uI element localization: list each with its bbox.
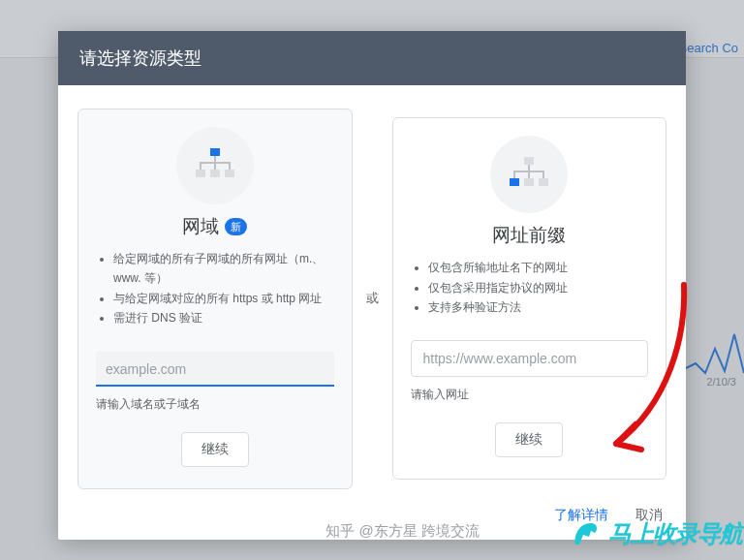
- property-type-modal: 请选择资源类型 网域 新 给定网域的所有子: [58, 31, 686, 540]
- svg-rect-0: [210, 148, 220, 156]
- list-item: 与给定网域对应的所有 https 或 http 网址: [113, 289, 334, 308]
- svg-rect-6: [524, 178, 534, 186]
- list-item: 给定网域的所有子网域的所有网址（m.、www. 等）: [113, 249, 334, 289]
- new-badge: 新: [225, 218, 247, 235]
- svg-rect-2: [210, 170, 220, 177]
- domain-card-title-row: 网域 新: [182, 214, 247, 239]
- url-input-wrap: [411, 340, 649, 377]
- domain-input[interactable]: [96, 352, 334, 387]
- url-feature-list: 仅包含所输地址名下的网址 仅包含采用指定协议的网址 支持多种验证方法: [411, 258, 649, 317]
- divider-or-label: 或: [364, 290, 381, 307]
- domain-continue-button[interactable]: 继续: [181, 432, 249, 467]
- cancel-button[interactable]: 取消: [636, 507, 663, 524]
- url-helper-text: 请输入网址: [411, 387, 469, 403]
- svg-rect-5: [510, 178, 519, 186]
- url-card-title-row: 网址前缀: [492, 223, 566, 248]
- modal-footer: 了解详情 取消: [58, 497, 686, 540]
- domain-card-title: 网域: [182, 214, 219, 239]
- learn-more-link[interactable]: 了解详情: [554, 507, 608, 524]
- list-item: 需进行 DNS 验证: [113, 308, 334, 327]
- svg-rect-1: [196, 170, 205, 177]
- url-card-title: 网址前缀: [492, 223, 566, 248]
- domain-helper-text: 请输入域名或子域名: [96, 396, 201, 413]
- svg-rect-7: [539, 178, 548, 186]
- domain-feature-list: 给定网域的所有子网域的所有网址（m.、www. 等） 与给定网域对应的所有 ht…: [96, 249, 334, 328]
- list-item: 仅包含所输地址名下的网址: [428, 258, 649, 277]
- svg-rect-4: [524, 157, 534, 165]
- modal-body: 网域 新 给定网域的所有子网域的所有网址（m.、www. 等） 与给定网域对应的…: [58, 85, 686, 497]
- sitemap-icon: [490, 136, 568, 213]
- domain-input-wrap: [96, 352, 334, 387]
- url-prefix-option-card[interactable]: 网址前缀 仅包含所输地址名下的网址 仅包含采用指定协议的网址 支持多种验证方法 …: [392, 117, 667, 480]
- list-item: 支持多种验证方法: [428, 297, 649, 317]
- url-continue-button[interactable]: 继续: [495, 422, 563, 457]
- sitemap-icon: [176, 127, 254, 204]
- domain-option-card[interactable]: 网域 新 给定网域的所有子网域的所有网址（m.、www. 等） 与给定网域对应的…: [78, 109, 353, 489]
- svg-rect-3: [225, 170, 234, 177]
- url-input[interactable]: [411, 340, 649, 377]
- modal-title: 请选择资源类型: [58, 31, 686, 85]
- list-item: 仅包含采用指定协议的网址: [428, 278, 649, 297]
